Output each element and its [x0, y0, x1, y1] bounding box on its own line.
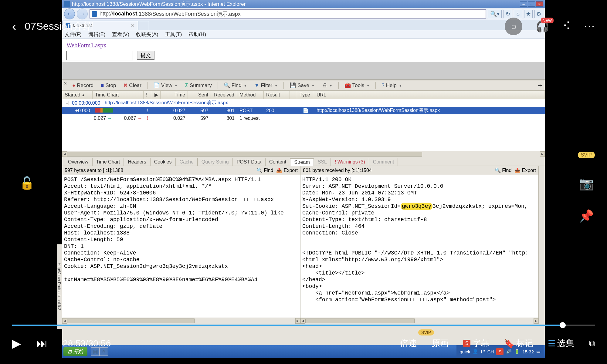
playlist-button[interactable]: ☰选集 — [548, 338, 574, 349]
svip-badge: SVIP — [418, 329, 434, 335]
bookmark-button[interactable]: 🔖标记 — [504, 338, 533, 349]
more-icon[interactable]: ⋯ — [584, 20, 595, 33]
col-sent[interactable]: Sent — [188, 91, 211, 99]
pane-find-button[interactable]: 🔍 Find — [256, 167, 273, 173]
close-button[interactable]: ✕ — [536, 1, 543, 7]
progress-knob[interactable] — [560, 322, 566, 328]
view-button[interactable]: 📄View▼ — [151, 81, 180, 89]
speed-button[interactable]: 倍速 — [400, 338, 417, 349]
lock-icon[interactable]: 🔓 — [19, 176, 35, 190]
detail-tab-cookies[interactable]: Cookies — [150, 158, 176, 166]
player-back-icon[interactable]: ‹ — [12, 20, 16, 33]
maximize-button[interactable]: ▭ — [528, 1, 535, 7]
record-button[interactable]: ●Record — [70, 82, 96, 89]
httpwatch-side-tab[interactable]: HttpWatch Professional 9.3 — [57, 244, 62, 329]
grid-request-row[interactable]: +0.000 ! 0.027 597 801 POST 200 📄 http:/… — [62, 107, 545, 114]
time-display: 28:53/30:56 — [63, 338, 111, 349]
pane-find-button[interactable]: 🔍 Find — [495, 167, 512, 173]
pane-export-button[interactable]: 📤 Export — [276, 167, 298, 173]
print-button[interactable]: 🖨▼ — [319, 82, 335, 89]
col-result[interactable]: Result — [264, 91, 290, 99]
col-timechart[interactable]: Time Chart — [93, 91, 144, 99]
detail-tab--warnings-[interactable]: ! Warnings (3) — [331, 158, 369, 166]
request-pane: 597 bytes sent to [::1]:1388 🔍 Find 📤 Ex… — [62, 166, 300, 324]
response-vscroll[interactable] — [539, 166, 545, 324]
col-warn[interactable]: ! — [144, 91, 152, 99]
detail-tab-query-string[interactable]: Query String — [198, 158, 233, 166]
detail-tab-headers[interactable]: Headers — [124, 158, 150, 166]
progress-bar[interactable] — [12, 325, 595, 326]
pin-icon[interactable]: 📌 — [579, 209, 594, 223]
help-button[interactable]: ?Help▼ — [379, 82, 405, 89]
doc-type-icon: 📄 — [297, 108, 314, 113]
col-type[interactable]: Type — [297, 91, 314, 99]
panel-close-icon[interactable]: ✕ — [63, 81, 68, 86]
export-icon[interactable]: ➡ — [535, 81, 545, 89]
minimize-button[interactable]: – — [520, 1, 527, 7]
tools-button[interactable]: 🧰Tools▼ — [342, 81, 373, 89]
collapse-icon[interactable]: − — [65, 101, 69, 105]
ie-menu-bar: 文件(F) 编辑(E) 查看(V) 收藏夹(A) 工具(T) 帮助(H) — [62, 30, 545, 39]
new-tab-button[interactable] — [138, 21, 149, 30]
col-method[interactable]: Method — [237, 91, 264, 99]
col-received[interactable]: Received — [211, 91, 237, 99]
subtitle-button[interactable]: S字幕 — [463, 338, 489, 349]
detail-tab-overview[interactable]: Overview — [64, 158, 92, 166]
favorites-button[interactable]: ★ — [524, 10, 533, 18]
menu-favorites[interactable]: 收藏夹(A) — [136, 31, 158, 38]
menu-tools[interactable]: 工具(T) — [165, 31, 182, 38]
detail-tab-time-chart[interactable]: Time Chart — [92, 158, 124, 166]
httpwatch-panel: ✕ HttpWatch Professional 9.3 ●Record ■St… — [62, 79, 545, 358]
camera-icon[interactable]: 📷 — [579, 177, 594, 191]
grid-page-row[interactable]: − 00:00:00.000 http://localhost:1388/Ses… — [62, 99, 545, 107]
col-url[interactable]: URL — [314, 91, 545, 99]
pip-icon[interactable]: ⧉ — [589, 339, 595, 349]
browser-tab[interactable]: localhost ✕ — [62, 21, 138, 30]
gear-icon[interactable]: ⚙ — [534, 10, 543, 18]
grid-summary-row[interactable]: 0.027 → 0.067 → ! 0.027 597 801 1 reques… — [62, 114, 545, 122]
home-button[interactable]: ⌂ — [514, 10, 522, 18]
search-icon[interactable]: 🔍▾ — [488, 10, 502, 18]
col-time[interactable]: Time — [161, 91, 188, 99]
menu-view[interactable]: 查看(V) — [112, 31, 129, 38]
menu-help[interactable]: 帮助(H) — [188, 31, 206, 38]
detail-tab-stream[interactable]: Stream — [290, 158, 314, 166]
tab-close-icon[interactable]: ✕ — [131, 23, 135, 29]
save-button[interactable]: 💾Save▼ — [287, 81, 317, 89]
timing-bar-icon — [95, 108, 113, 113]
next-icon[interactable]: ⏭ — [36, 337, 48, 350]
detail-tab-post-data[interactable]: POST Data — [233, 158, 266, 166]
request-text[interactable]: POST /Session/WebFormSession%E6%BC%94%E7… — [62, 175, 300, 318]
share-icon[interactable]: ⠪ — [563, 20, 571, 33]
url-input[interactable]: http://localhost:1388/Session/WebFormSes… — [90, 9, 486, 19]
find-button[interactable]: 🔍Find▼ — [221, 81, 250, 89]
webform-link[interactable]: WebForm1.aspx — [66, 42, 106, 49]
response-hscroll[interactable]: ◄► — [300, 318, 538, 324]
back-button[interactable]: ← — [64, 8, 75, 19]
filter-button[interactable]: ▼Filter▼ — [252, 82, 281, 89]
col-started[interactable]: Started ▲ — [62, 91, 93, 99]
forward-button[interactable]: → — [77, 8, 88, 19]
page-content: WebForm1.aspx 提交 — [62, 39, 545, 62]
summary-button[interactable]: ΣSummary — [182, 82, 214, 89]
text-input[interactable] — [66, 51, 133, 60]
clear-button[interactable]: ✖Clear — [120, 81, 144, 89]
svip-tag[interactable]: SVIP — [578, 152, 595, 158]
detail-tab-cache[interactable]: Cache — [176, 158, 198, 166]
response-text[interactable]: HTTP/1.1 200 OK Server: ASP.NET Developm… — [300, 175, 538, 318]
submit-button[interactable]: 提交 — [137, 51, 154, 60]
detail-tab-ssl[interactable]: SSL — [314, 158, 331, 166]
detail-tab-content[interactable]: Content — [265, 158, 290, 166]
pane-export-button[interactable]: 📤 Export — [514, 167, 536, 173]
refresh-button[interactable]: ↻ — [504, 10, 512, 18]
menu-file[interactable]: 文件(F) — [65, 31, 82, 38]
quality-button[interactable]: 原画 — [432, 338, 449, 349]
request-hscroll[interactable]: ◄► — [62, 318, 300, 324]
stop-button[interactable]: ■Stop — [98, 82, 119, 89]
grid-hscroll[interactable]: ◄► — [62, 151, 545, 157]
menu-edit[interactable]: 编辑(E) — [88, 31, 106, 38]
play-icon[interactable]: ▶ — [12, 337, 21, 350]
detail-tab-comment[interactable]: Comment — [369, 158, 398, 166]
tab-label: localhost — [73, 23, 92, 29]
col-flag[interactable]: ▶ — [152, 91, 161, 99]
